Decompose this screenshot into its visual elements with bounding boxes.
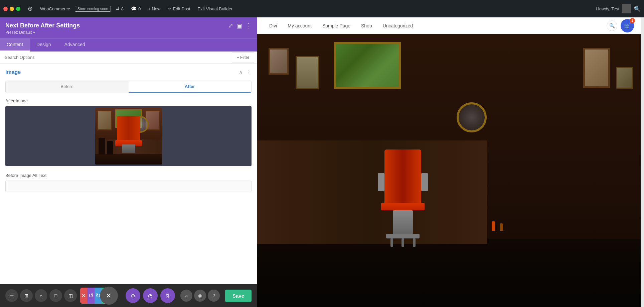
image-section-header: Image ∧ ⋮	[5, 69, 252, 75]
undo-button[interactable]: ↺	[87, 288, 94, 304]
main-layout: Next Before After Settings Preset: Defau…	[0, 17, 644, 307]
cart-badge: 1	[630, 18, 635, 23]
filter-button[interactable]: + Filter	[232, 52, 254, 63]
panel-search: + Filter	[0, 52, 257, 64]
bottom-toolbar: ☰ ⊞ ⌕ □ ◫ ✕ ↺ ↻ ✓ ✕	[0, 284, 257, 307]
right-scrollbar	[641, 17, 644, 307]
after-tab[interactable]: After	[129, 81, 252, 93]
layout-icon[interactable]: ▣	[236, 22, 242, 29]
window-controls	[3, 7, 20, 11]
section-more-icon[interactable]: ⋮	[246, 69, 252, 75]
collapse-icon[interactable]: ∧	[239, 69, 243, 75]
search-input[interactable]	[0, 52, 232, 63]
exit-builder-button[interactable]: Exit Visual Builder	[195, 5, 235, 13]
before-tab[interactable]: Before	[6, 81, 129, 93]
extra-toolbar-icons: ⌕ ◉ ?	[180, 290, 220, 302]
panel-header-actions: ⤢ ▣ ⋮	[228, 22, 252, 29]
sync-button[interactable]: ⇄ 8	[113, 5, 126, 13]
toolbar-left: ☰ ⊞ ⌕ □ ◫	[5, 289, 77, 302]
save-button[interactable]: Save	[225, 290, 252, 302]
admin-bar: ⊕ WooCommerce Store coming soon ⇄ 8 💬 0 …	[0, 0, 644, 17]
store-coming-soon-badge[interactable]: Store coming soon	[75, 6, 111, 12]
panel-content: Image ∧ ⋮ Before After After Image	[0, 64, 257, 284]
woocommerce-link[interactable]: WooCommerce	[37, 5, 73, 13]
panel-header: Next Before After Settings Preset: Defau…	[0, 17, 257, 38]
barbershop-preview	[257, 34, 641, 307]
modules-button[interactable]: ☰	[5, 289, 18, 302]
nav-sample-page[interactable]: Sample Page	[317, 17, 356, 34]
wordpress-icon[interactable]: ⊕	[25, 4, 35, 14]
action-toolbar: ✕ ↺ ↻ ✓ ✕	[80, 288, 109, 304]
tab-advanced[interactable]: Advanced	[58, 38, 92, 52]
fullscreen-icon[interactable]: ⤢	[228, 22, 233, 29]
preview-content	[257, 34, 641, 307]
panel-title: Next Before After Settings	[5, 22, 80, 29]
maximize-window-button[interactable]	[16, 7, 20, 11]
barber-chair	[381, 149, 425, 247]
cart-button[interactable]: 🛒 1	[621, 19, 634, 32]
after-image-label: After Image	[5, 98, 252, 103]
search-extra-icon[interactable]: ⌕	[180, 290, 192, 302]
after-image-upload[interactable]	[5, 106, 252, 166]
admin-bar-right: Howdy, Test 🔍	[596, 4, 641, 13]
gear-button[interactable]: ⚙	[126, 288, 140, 303]
site-nav: Divi My account Sample Page Shop Uncateg…	[257, 17, 641, 34]
edit-post-button[interactable]: ✏ Edit Post	[165, 5, 193, 13]
site-search-icon[interactable]: 🔍	[607, 20, 617, 31]
zoom-button[interactable]: ◫	[64, 289, 77, 302]
layout-button[interactable]: ⊞	[20, 289, 33, 302]
history-button[interactable]: ◔	[143, 288, 158, 303]
cancel-button[interactable]: ✕	[80, 288, 87, 304]
site-nav-right: 🔍 🛒 1	[607, 19, 634, 32]
responsive-button[interactable]: □	[49, 289, 62, 302]
tab-content[interactable]: Content	[0, 38, 30, 52]
toolbar-right: ⚙ ◔ ⇅ ⌕ ◉ ? Save	[112, 288, 252, 303]
alt-text-input[interactable]	[5, 181, 252, 192]
nav-uncategorized[interactable]: Uncategorized	[377, 17, 418, 34]
nav-divi[interactable]: Divi	[264, 17, 282, 34]
panel-header-text: Next Before After Settings Preset: Defau…	[5, 22, 80, 35]
admin-search-icon[interactable]: 🔍	[634, 6, 641, 12]
website-preview: Divi My account Sample Page Shop Uncateg…	[257, 17, 641, 307]
help-icon[interactable]: ?	[208, 290, 220, 302]
nav-my-account[interactable]: My account	[282, 17, 317, 34]
comments-button[interactable]: 💬 0	[128, 5, 143, 13]
before-after-tabs: Before After	[5, 81, 252, 93]
section-title: Image	[5, 69, 21, 75]
close-toolbar-button[interactable]: ✕	[100, 287, 118, 305]
new-button[interactable]: + New	[145, 5, 163, 13]
layers-icon[interactable]: ◉	[194, 290, 206, 302]
tab-design[interactable]: Design	[30, 38, 58, 52]
more-options-icon[interactable]: ⋮	[246, 22, 252, 29]
alt-text-label: Before Image Alt Text	[5, 173, 252, 178]
sort-button[interactable]: ⇅	[160, 288, 175, 303]
nav-shop[interactable]: Shop	[356, 17, 377, 34]
panel-tabs: Content Design Advanced	[0, 38, 257, 52]
close-window-button[interactable]	[3, 7, 8, 11]
user-avatar[interactable]	[622, 4, 631, 13]
panel-preset[interactable]: Preset: Default ▾	[5, 30, 80, 35]
minimize-window-button[interactable]	[10, 7, 14, 11]
section-actions: ∧ ⋮	[239, 69, 252, 75]
search-button[interactable]: ⌕	[35, 289, 47, 302]
settings-panel: Next Before After Settings Preset: Defau…	[0, 17, 257, 307]
